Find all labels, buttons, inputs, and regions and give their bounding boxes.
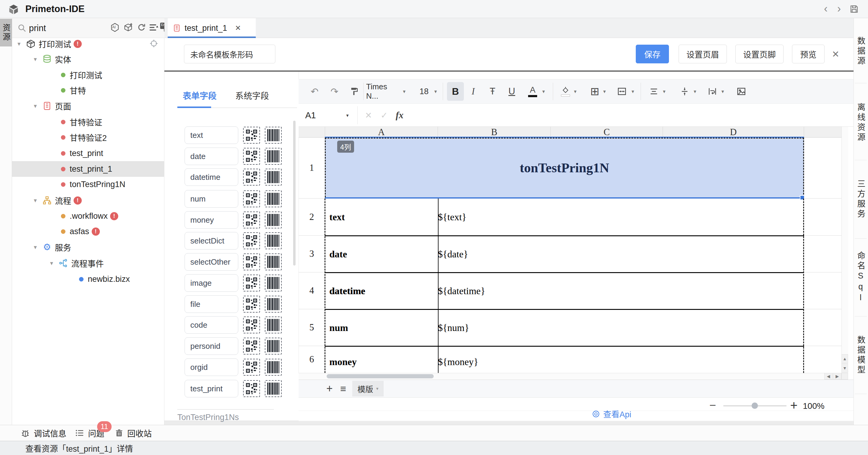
tree-item-flow-events[interactable]: ▾ 流程事件 [12,255,164,271]
recycle-bin-button[interactable]: 回收站 [115,425,152,441]
right-tab-offline-resources[interactable]: 离线资源 [854,88,868,157]
sheet-row-4[interactable]: datetime${datetime} [326,273,802,309]
tree-item-asfas[interactable]: asfas ! [12,223,164,239]
horizontal-scrollbar-thumb[interactable] [327,374,434,378]
selected-merged-cell[interactable]: tonTestPring1N [325,138,804,197]
tree-item-tontestpring1n[interactable]: tonTestPring1N [12,177,164,192]
field-chip[interactable]: file [185,295,238,313]
nav-back-icon[interactable]: ‹ [824,2,828,15]
tab-test-print-1[interactable]: test_print_1 ✕ [168,18,256,38]
tree-item-workflows[interactable]: ▾ 流程 ! [12,192,164,208]
vertical-align-icon[interactable] [678,79,691,104]
borders-icon[interactable]: ⊞ [588,79,601,104]
editor-close-icon[interactable]: ✕ [832,49,839,59]
save-file-icon[interactable] [849,4,859,14]
zoom-in-icon[interactable]: + [790,398,798,413]
field-chip[interactable]: datetime [185,169,238,186]
save-button[interactable]: 保存 [636,44,669,63]
chevron-down-icon[interactable]: ▾ [434,79,437,104]
bold-button[interactable]: B [447,82,464,101]
right-tab-data-model[interactable]: 数据模型 [854,321,868,390]
field-chip[interactable]: orgid [185,359,238,376]
underline-button[interactable]: U [505,79,519,104]
tree-item-pages[interactable]: ▾ 页面 [12,98,164,114]
vertical-scrollbar[interactable] [841,127,848,373]
field-chip[interactable]: selectDict [185,232,238,249]
tree-item-gantt-entity[interactable]: 甘特 [12,82,164,98]
qr-icon[interactable] [243,190,260,207]
qr-icon[interactable] [243,148,260,165]
tab-system-fields[interactable]: 系统字段 [235,89,269,101]
tree-item-workflowx[interactable]: .workflowx ! [12,208,164,224]
barcode-icon[interactable] [265,359,282,376]
qr-icon[interactable] [243,338,260,355]
row-header-1[interactable]: 1 [299,138,325,198]
column-header-b[interactable]: B [438,127,551,138]
chevron-down-icon[interactable]: ▾ [50,260,59,267]
chevron-down-icon[interactable]: ▾ [34,102,42,110]
barcode-icon[interactable] [265,232,282,249]
refresh-icon[interactable] [136,22,147,33]
chevron-down-icon[interactable]: ▾ [34,243,42,251]
chevron-down-icon[interactable]: ▾ [18,40,26,48]
tree-item-gantt-verify[interactable]: 甘特验证 [12,114,164,130]
sheet-row-5[interactable]: num${num} [326,310,802,346]
row-header-3[interactable]: 3 [299,235,325,272]
add-sheet-icon[interactable]: + [326,380,333,398]
search-input[interactable] [29,22,104,34]
chevron-down-icon[interactable]: ▾ [631,79,634,104]
barcode-icon[interactable] [265,190,282,207]
set-page-header-button[interactable]: 设置页眉 [679,44,727,63]
scroll-left-icon[interactable]: ◀ [824,373,833,380]
font-name-select[interactable]: Times N... [366,79,401,104]
qr-icon[interactable] [243,232,260,249]
chevron-down-icon[interactable]: ▾ [574,79,577,104]
right-tab-named-sql[interactable]: 命名Sql [854,243,868,312]
sheet-row-3[interactable]: date${date} [326,236,802,272]
field-chip[interactable]: selectOther [185,253,238,271]
template-name-input[interactable] [184,44,275,63]
right-tab-third-party-services[interactable]: 三方服务 [854,165,868,233]
zoom-slider-thumb[interactable] [752,402,758,409]
qr-icon[interactable] [243,380,260,397]
tree-item-gantt-verify2[interactable]: 甘特验证2 [12,129,164,145]
barcode-icon[interactable] [265,380,282,397]
chevron-down-icon[interactable]: ▾ [346,104,349,127]
new-module-icon[interactable] [123,22,133,33]
set-page-footer-button[interactable]: 设置页脚 [735,44,783,63]
field-chip[interactable]: test_print [185,380,238,397]
chevron-down-icon[interactable]: ▾ [603,79,606,104]
chevron-down-icon[interactable]: ▾ [34,56,42,63]
chevron-down-icon[interactable]: ▾ [663,79,665,104]
tree-item-test-print-1-selected[interactable]: test_print_1 [12,161,164,177]
row-header-2[interactable]: 2 [299,199,325,235]
tree-item-services[interactable]: ▾ ⚙ 服务 [12,239,164,255]
formula-cancel-icon[interactable]: ✕ [365,104,372,127]
debug-info-button[interactable]: 调试信息 [21,425,66,441]
nav-forward-icon[interactable]: › [837,2,841,15]
row-header-6[interactable]: 6 [299,346,325,373]
barcode-icon[interactable] [265,338,282,355]
merge-cells-icon[interactable] [615,79,628,104]
chevron-down-icon[interactable]: ▾ [34,197,42,204]
column-header-partial[interactable] [804,127,841,138]
fx-icon[interactable]: fx [396,104,404,127]
locate-icon[interactable] [149,39,159,49]
scroll-up-icon[interactable]: ▲ [841,354,848,363]
qr-icon[interactable] [243,275,260,292]
scroll-right-icon[interactable]: ▶ [833,373,841,380]
sheet-tab-template[interactable]: 模版 ▾ [352,381,384,396]
format-painter-icon[interactable] [347,79,361,104]
sheet-list-icon[interactable]: ≡ [340,380,346,398]
barcode-icon[interactable] [265,127,282,144]
barcode-icon[interactable] [265,212,282,229]
chevron-down-icon[interactable]: ▾ [542,79,545,104]
redo-icon[interactable]: ↷ [328,79,341,104]
strikethrough-button[interactable]: Ŧ [486,79,499,104]
qr-icon[interactable] [243,359,260,376]
chevron-down-icon[interactable]: ▾ [721,79,724,104]
field-chip[interactable]: code [185,316,238,334]
font-color-button[interactable]: A [526,79,539,104]
chevron-down-icon[interactable]: ▾ [403,79,406,104]
field-list-scrollbar[interactable] [293,121,296,266]
